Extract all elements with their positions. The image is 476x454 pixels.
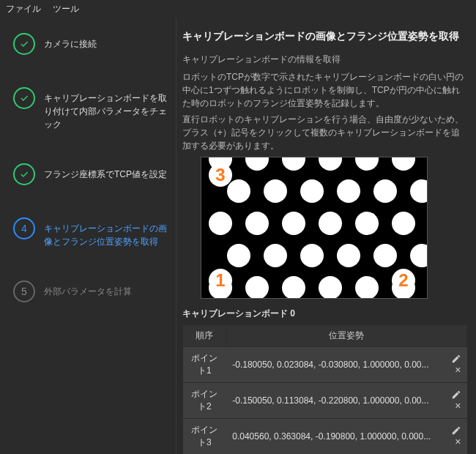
- sidebar: カメラに接続 キャリブレーションボードを取り付けて内部パラメータをチェック フラ…: [0, 18, 176, 454]
- delete-icon[interactable]: ×: [455, 436, 461, 447]
- delete-icon[interactable]: ×: [455, 364, 461, 376]
- calib-dot: [355, 212, 379, 235]
- check-icon: [13, 163, 35, 185]
- calib-dot: [227, 244, 250, 267]
- calib-dot: [245, 157, 269, 171]
- point-name: ポイント1: [183, 347, 227, 383]
- point-pose: -0.180050, 0.023084, -0.030800, 1.000000…: [226, 347, 436, 383]
- calib-dot: [282, 157, 305, 171]
- calib-dot: [355, 157, 379, 171]
- calib-dot: [245, 276, 269, 299]
- calib-dot: [373, 179, 397, 203]
- edit-icon[interactable]: [451, 354, 461, 364]
- delete-icon[interactable]: ×: [455, 400, 461, 412]
- calib-dot: [319, 276, 342, 299]
- check-icon: [13, 87, 35, 109]
- calib-dot: [227, 179, 250, 203]
- table-row: ポイント30.040560, 0.363084, -0.190800, 1.00…: [183, 419, 467, 455]
- step-label: キャリブレーションボードを取り付けて内部パラメータをチェック: [44, 87, 167, 131]
- calib-dot: [300, 244, 324, 267]
- content-panel: キャリブレーションボードの画像とフランジ位置姿勢を取得 キャリブレーションボード…: [176, 18, 476, 454]
- step-number-icon: 5: [13, 280, 35, 302]
- calib-dot: [337, 179, 360, 203]
- step-number-icon: 4: [13, 217, 35, 239]
- calib-dot: [319, 212, 342, 235]
- calib-dot: [392, 212, 415, 235]
- board-section-label: キャリブレーションボード 0: [182, 308, 467, 320]
- step-label: キャリブレーションボードの画像とフランジ位置姿勢を取得: [44, 217, 167, 248]
- point-pose: 0.040560, 0.363084, -0.190800, 1.000000,…: [226, 419, 436, 455]
- edit-icon[interactable]: [451, 425, 461, 436]
- calib-dot: [373, 244, 397, 267]
- col-order: 順序: [183, 325, 227, 347]
- calib-dot: [282, 276, 305, 299]
- description-text: ロボットのTCPが数字で示されたキャリブレーションボードの白い円の中心に1つずつ…: [182, 70, 467, 110]
- calib-dot: [282, 212, 305, 235]
- page-title: キャリブレーションボードの画像とフランジ位置姿勢を取得: [182, 30, 467, 43]
- calib-dot: [300, 179, 324, 203]
- calib-dot: [337, 244, 360, 267]
- step-label: フランジ座標系でTCP値を設定: [44, 163, 167, 181]
- calib-dot: [209, 212, 232, 235]
- edit-icon[interactable]: [451, 390, 461, 400]
- col-pose: 位置姿勢: [226, 325, 466, 347]
- calib-dot: [355, 276, 379, 299]
- check-icon: [13, 33, 35, 55]
- description-text: 直行ロボットのキャリブレーションを行う場合、自由度が少ないため、プラス（+）記号…: [182, 113, 467, 152]
- calib-dot: [264, 244, 287, 267]
- table-row: ポイント2-0.150050, 0.113084, -0.220800, 1.0…: [183, 383, 467, 419]
- step-label: カメラに接続: [44, 33, 97, 51]
- row-actions: ×: [436, 347, 466, 383]
- calibration-board-preview: 312: [201, 157, 428, 299]
- menu-file[interactable]: ファイル: [6, 3, 41, 15]
- pose-table: 順序 位置姿勢 ポイント1-0.180050, 0.023084, -0.030…: [182, 324, 467, 454]
- calib-marker-tl: 3: [209, 163, 232, 187]
- calib-dot: [319, 157, 342, 171]
- table-row: ポイント1-0.180050, 0.023084, -0.030800, 1.0…: [183, 347, 467, 383]
- step-attach-board[interactable]: キャリブレーションボードを取り付けて内部パラメータをチェック: [13, 87, 167, 131]
- row-actions: ×: [436, 419, 466, 455]
- calib-dot: [410, 244, 428, 267]
- step-compute-extrinsics[interactable]: 5 外部パラメータを計算: [13, 280, 167, 302]
- row-actions: ×: [436, 383, 466, 419]
- calib-dot: [264, 179, 287, 203]
- point-name: ポイント3: [183, 419, 227, 455]
- calib-dot: [245, 212, 269, 235]
- section-subtitle: キャリブレーションボードの情報を取得: [182, 53, 467, 66]
- calib-dot: [410, 179, 428, 203]
- menu-tools[interactable]: ツール: [53, 3, 79, 15]
- step-set-tcp[interactable]: フランジ座標系でTCP値を設定: [13, 163, 167, 185]
- step-capture-pose[interactable]: 4 キャリブレーションボードの画像とフランジ位置姿勢を取得: [13, 217, 167, 248]
- calib-dot: [392, 157, 415, 171]
- point-name: ポイント2: [183, 383, 227, 419]
- calib-marker-bl: 1: [209, 269, 232, 292]
- calib-marker-br: 2: [392, 269, 415, 292]
- menubar: ファイル ツール: [0, 0, 476, 18]
- step-connect-camera[interactable]: カメラに接続: [13, 33, 167, 55]
- point-pose: -0.150050, 0.113084, -0.220800, 1.000000…: [226, 383, 436, 419]
- step-label: 外部パラメータを計算: [44, 280, 132, 298]
